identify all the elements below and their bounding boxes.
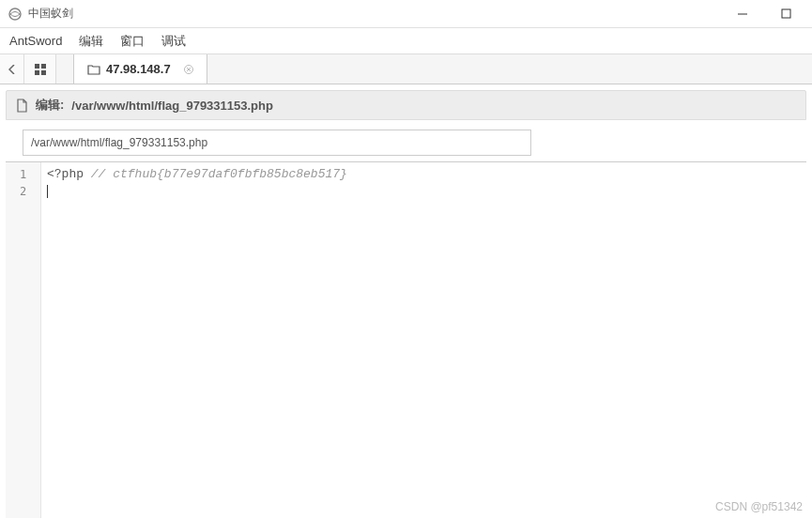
code-token: <?php xyxy=(47,167,91,181)
folder-icon xyxy=(87,64,100,75)
tab-close-button[interactable] xyxy=(184,65,193,74)
line-number: 2 xyxy=(6,183,40,200)
code-token: // ctfhub{b77e97daf0fbfb85bc8eb517} xyxy=(91,167,347,181)
tab-label: 47.98.148.7 xyxy=(106,62,171,76)
svg-rect-2 xyxy=(782,9,790,18)
svg-rect-3 xyxy=(35,64,39,69)
code-editor[interactable]: 1 2 <?php // ctfhub{b77e97daf0fbfb85bc8e… xyxy=(6,161,806,518)
maximize-button[interactable] xyxy=(773,5,799,23)
code-area[interactable]: <?php // ctfhub{b77e97daf0fbfb85bc8eb517… xyxy=(41,162,806,518)
editor-header: 编辑: /var/www/html/flag_979331153.php xyxy=(6,90,806,120)
menu-edit[interactable]: 编辑 xyxy=(79,33,103,50)
tab-host[interactable]: 47.98.148.7 xyxy=(73,54,207,84)
path-input[interactable] xyxy=(23,130,531,156)
text-cursor xyxy=(47,185,48,198)
menu-antsword[interactable]: AntSword xyxy=(9,34,62,48)
menu-bar: AntSword 编辑 窗口 调试 xyxy=(0,28,812,54)
menu-window[interactable]: 窗口 xyxy=(120,33,145,50)
document-icon xyxy=(16,99,28,113)
svg-rect-5 xyxy=(35,70,39,75)
svg-rect-4 xyxy=(41,64,46,69)
line-gutter: 1 2 xyxy=(6,162,41,518)
svg-rect-6 xyxy=(41,70,46,75)
tab-home-button[interactable] xyxy=(24,54,56,84)
minimize-button[interactable] xyxy=(729,5,756,23)
editor-header-path: /var/www/html/flag_979331153.php xyxy=(71,99,273,113)
line-number: 1 xyxy=(6,166,40,183)
code-line xyxy=(47,183,801,200)
watermark: CSDN @pf51342 xyxy=(715,500,803,513)
editor-header-prefix: 编辑: xyxy=(36,97,64,114)
code-line: <?php // ctfhub{b77e97daf0fbfb85bc8eb517… xyxy=(47,166,801,183)
menu-debug[interactable]: 调试 xyxy=(161,33,186,50)
title-bar: 中国蚁剑 xyxy=(0,0,812,28)
window-title: 中国蚁剑 xyxy=(28,6,729,22)
svg-point-0 xyxy=(9,8,21,20)
path-bar xyxy=(0,120,812,161)
window-controls xyxy=(729,5,804,23)
app-icon xyxy=(8,7,23,22)
tab-bar: 47.98.148.7 xyxy=(0,54,812,84)
tab-back-button[interactable] xyxy=(0,54,24,84)
